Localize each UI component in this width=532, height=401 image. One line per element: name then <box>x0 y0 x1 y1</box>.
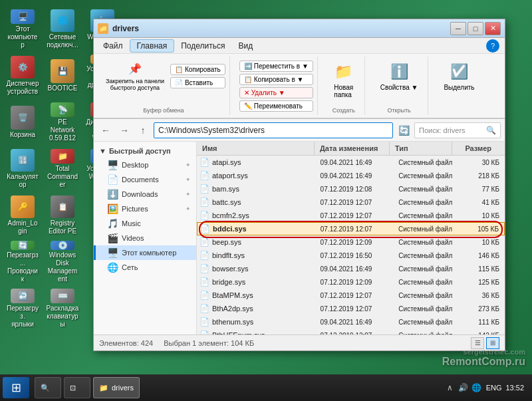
address-field[interactable]: C:\Windows\System32\drivers <box>154 122 393 138</box>
table-row[interactable]: 📄ataport.sys09.04.2021 16:49Системный фа… <box>197 169 505 182</box>
table-row[interactable]: 📄BthA2dp.sys07.12.2019 12:07Системный фа… <box>197 302 505 315</box>
file-name-cell: 📄atapi.sys <box>197 158 315 167</box>
desktop-icon-restart-explorer[interactable]: 🔄 Перезагрз...Проводник <box>3 239 42 285</box>
tray-expand-button[interactable]: ∧ <box>445 382 456 393</box>
desktop-icon-network[interactable]: 🌐 Сетевыеподключ... <box>43 7 82 52</box>
start-button[interactable]: ⊞ <box>3 377 29 398</box>
table-row[interactable]: 📄bcmfn2.sys07.12.2019 12:07Системный фай… <box>197 209 505 222</box>
desktop-icon-label: Калькулятор <box>6 173 39 189</box>
file-name: bindflt.sys <box>212 251 245 259</box>
ribbon-select-button[interactable]: ☑️ Выделить <box>438 58 480 94</box>
col-name[interactable]: Имя <box>197 142 315 155</box>
network-icon: 🌐 <box>51 9 74 32</box>
refresh-button[interactable]: 🔄 <box>396 122 412 138</box>
table-row[interactable]: 📄BthHFEnum.sys07.12.2019 12:07Системный … <box>197 329 505 334</box>
desktop-icon-restart-links[interactable]: ↩️ Перезагруз.ярлыки <box>3 286 42 331</box>
search-icon: 🔍 <box>486 126 496 135</box>
table-row[interactable]: 📄battc.sys07.12.2019 12:07Системный файл… <box>197 196 505 209</box>
file-type-cell: Системный файл <box>393 172 458 180</box>
recycle-icon: 🗑️ <box>11 106 35 130</box>
nav-item-this-computer[interactable]: 🖥️ Этот компьютер <box>94 245 196 260</box>
taskbar-btn-label: drivers <box>112 384 134 392</box>
file-name-cell: 📄bridge.sys <box>197 277 315 287</box>
help-button[interactable]: ? <box>486 39 499 53</box>
ribbon-pin-button[interactable]: 📌 Закрепить на панелибыстрого доступа <box>102 58 168 94</box>
ribbon-move-button[interactable]: ➡️ Переместить в ▼ <box>239 61 313 72</box>
ribbon-delete-button[interactable]: ✕ Удалить ▼ <box>239 87 313 98</box>
close-button[interactable]: ✕ <box>485 22 501 35</box>
menu-view[interactable]: Вид <box>231 40 259 52</box>
tray-time: 13:52 <box>505 384 524 392</box>
file-icon: 📄 <box>200 237 209 247</box>
table-row[interactable]: 📄atapi.sys09.04.2021 16:49Системный файл… <box>197 156 505 169</box>
table-row[interactable]: 📄bowser.sys09.04.2021 16:49Системный фай… <box>197 262 505 275</box>
desktop-icon-disk-management[interactable]: 💿 Windows DiskManagement <box>43 239 82 285</box>
table-row[interactable]: 📄bthenum.sys09.04.2021 16:49Системный фа… <box>197 315 505 329</box>
file-name: BthA2dp.sys <box>212 305 253 313</box>
tray-lang[interactable]: ENG <box>486 384 502 392</box>
file-icon: 📄 <box>200 158 209 167</box>
desktop-icon-admin-login[interactable]: 🔑 Admin_Login <box>3 193 42 238</box>
nav-item-documents[interactable]: 📄 Documents ✦ <box>94 172 196 187</box>
desktop: 🖥️ Этоткомпьютер ⚙️ Диспетчерустройств 🗑… <box>0 0 532 401</box>
taskbar-drivers-button[interactable]: 📁 drivers <box>93 377 140 398</box>
desktop-icon-total-commander[interactable]: 📁 TotalCommander <box>43 146 82 192</box>
menu-file[interactable]: Файл <box>96 40 130 52</box>
desktop-icon-registry[interactable]: 📋 RegistryEditor PE <box>43 193 82 238</box>
taskbar-search[interactable]: 🔍 <box>35 377 61 398</box>
calc-icon: 🔢 <box>11 149 35 172</box>
file-date-cell: 07.12.2019 12:07 <box>315 199 394 206</box>
desktop-icon-my-computer[interactable]: 🖥️ Этоткомпьютер <box>3 7 42 52</box>
ribbon-new-folder-button[interactable]: 📁 Новаяпапка <box>327 58 360 102</box>
search-field[interactable]: Поиск: drivers 🔍 <box>414 122 501 138</box>
back-button[interactable]: ← <box>98 122 114 138</box>
file-date-cell: 07.12.2019 12:09 <box>315 239 394 246</box>
ribbon-rename-button[interactable]: ✏️ Переименовать <box>239 100 313 112</box>
up-button[interactable]: ↑ <box>135 122 151 138</box>
minimize-button[interactable]: ─ <box>450 22 466 35</box>
nav-item-network[interactable]: 🌐 Сеть <box>94 260 196 275</box>
tray-network-icon[interactable]: 🌐 <box>471 382 482 393</box>
file-date-cell: 09.04.2021 16:49 <box>315 159 394 166</box>
table-row[interactable]: 📄bam.sys07.12.2019 12:08Системный файл77… <box>197 182 505 196</box>
file-type-cell: Системный файл <box>393 279 458 286</box>
table-row[interactable]: 📄bddci.sys07.12.2019 12:07Системный файл… <box>197 222 505 235</box>
table-row[interactable]: 📄beep.sys07.12.2019 12:09Системный файл1… <box>197 235 505 249</box>
desktop-icon-bootice[interactable]: 💾 BOOTICE <box>43 53 82 98</box>
desktop-icon-keyboard[interactable]: ⌨️ Раскладкаклавиатуры <box>43 286 82 331</box>
tray-volume-icon[interactable]: 🔊 <box>458 382 469 393</box>
nav-item-music[interactable]: 🎵 Music <box>94 216 196 231</box>
ribbon-properties-button[interactable]: ℹ️ Свойства ▼ <box>374 58 424 94</box>
list-view-button[interactable]: ☰ <box>471 337 484 349</box>
ribbon-copyto-button[interactable]: 📋 Копировать в ▼ <box>239 74 313 85</box>
maximize-button[interactable]: □ <box>467 22 483 35</box>
desktop-icon-label: Перезагрз...Проводник <box>6 251 39 283</box>
table-row[interactable]: 📄bindflt.sys07.12.2019 16:50Системный фа… <box>197 249 505 262</box>
ribbon-paste-button[interactable]: 📄 Вставить <box>170 77 225 88</box>
file-name-cell: 📄bowser.sys <box>197 264 315 273</box>
nav-item-desktop[interactable]: 🖥️ Desktop ✦ <box>94 158 196 172</box>
forward-button[interactable]: → <box>116 122 132 138</box>
this-computer-nav-icon: 🖥️ <box>107 247 118 258</box>
desktop-icon-calculator[interactable]: 🔢 Калькулятор <box>3 146 42 192</box>
table-row[interactable]: 📄bridge.sys07.12.2019 12:09Системный фай… <box>197 275 505 289</box>
menu-share[interactable]: Поделиться <box>174 40 231 52</box>
nav-item-downloads[interactable]: ⬇️ Downloads ✦ <box>94 187 196 201</box>
nav-item-videos[interactable]: 🎬 Videos <box>94 231 196 245</box>
table-row[interactable]: 📄BtaMPM.sys07.12.2019 12:07Системный фай… <box>197 289 505 302</box>
desktop-icon-pe-network[interactable]: 📡 PE Network0.59.B12 <box>43 100 82 145</box>
taskbar-task-view[interactable]: ⊡ <box>64 377 90 398</box>
nav-section-quick-access[interactable]: ▼ Быстрый доступ <box>94 144 196 158</box>
pin-indicator: ✦ <box>186 162 191 168</box>
network-nav-icon: 🌐 <box>107 262 118 273</box>
desktop-icon-recycle[interactable]: 🗑️ Корзина <box>3 100 42 145</box>
menu-home[interactable]: Главная <box>130 39 175 53</box>
detail-view-button[interactable]: ⊞ <box>486 337 499 349</box>
network-nav-label: Сеть <box>122 263 138 271</box>
links-icon: ↩️ <box>11 289 35 303</box>
file-name: BtaMPM.sys <box>212 291 253 299</box>
desktop-icon-task-manager[interactable]: ⚙️ Диспетчерустройств <box>3 53 42 98</box>
ribbon-copy-button[interactable]: 📋 Копировать <box>170 64 225 75</box>
file-list-header: Имя Дата изменения Тип Размер <box>197 142 505 156</box>
nav-item-pictures[interactable]: 🖼️ Pictures ✦ <box>94 201 196 216</box>
